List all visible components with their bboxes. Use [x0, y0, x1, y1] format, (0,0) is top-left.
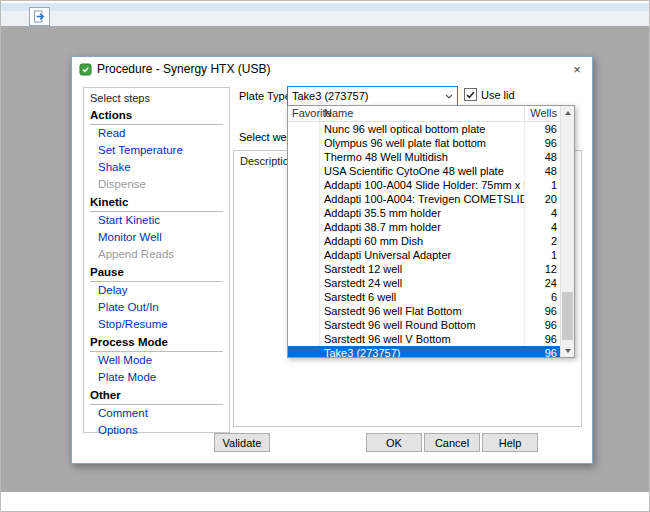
step-item-delay[interactable]: Delay	[90, 282, 223, 299]
favorite-cell	[288, 318, 320, 332]
plate-list-row[interactable]: Sarstedt 12 well12	[288, 262, 561, 276]
favorite-cell	[288, 304, 320, 318]
plate-list-row[interactable]: Sarstedt 96 well Round Bottom96	[288, 318, 561, 332]
favorite-cell	[288, 164, 320, 178]
plate-name: Addapti 100-A004 Slide Holder: 75mm x 50…	[320, 178, 525, 192]
favorite-cell	[288, 192, 320, 206]
plate-name: Addapti 100-A004: Trevigen COMETSLIDE HT…	[320, 192, 525, 206]
top-toolbar	[1, 1, 649, 26]
plate-list-row[interactable]: Addapti 100-A004 Slide Holder: 75mm x 50…	[288, 178, 561, 192]
procedure-dialog: Procedure - Synergy HTX (USB) × Select s…	[71, 56, 593, 464]
favorite-cell	[288, 206, 320, 220]
wells-count: 24	[525, 276, 561, 290]
favorite-cell	[288, 150, 320, 164]
plate-list-row[interactable]: Sarstedt 24 well24	[288, 276, 561, 290]
plate-list-row[interactable]: Nunc 96 well optical bottom plate96	[288, 122, 561, 136]
step-item-well-mode[interactable]: Well Mode	[90, 352, 223, 369]
section-header-actions: Actions	[90, 107, 223, 125]
favorite-cell	[288, 332, 320, 346]
step-item-plate-out-in[interactable]: Plate Out/In	[90, 299, 223, 316]
wells-count: 6	[525, 290, 561, 304]
export-page-icon	[33, 10, 46, 23]
plate-list-row[interactable]: Addapti Universal Adapter1	[288, 248, 561, 262]
scroll-down-icon[interactable]	[561, 344, 574, 357]
plate-type-label: Plate Type:	[239, 90, 294, 102]
dropdown-scrollbar[interactable]	[560, 106, 574, 357]
section-header-process-mode: Process Mode	[90, 334, 223, 352]
wells-count: 96	[525, 332, 561, 346]
help-button[interactable]: Help	[482, 433, 538, 452]
plate-name: Take3 (273757)	[320, 346, 525, 357]
plate-name: Addapti Universal Adapter	[320, 248, 525, 262]
favorite-cell	[288, 276, 320, 290]
plate-type-value: Take3 (273757)	[288, 90, 441, 102]
scrollbar-thumb[interactable]	[562, 292, 573, 340]
wells-count: 4	[525, 220, 561, 234]
step-item-set-temperature[interactable]: Set Temperature	[90, 142, 223, 159]
favorite-cell	[288, 234, 320, 248]
plate-list-row[interactable]: Take3 (273757)96	[288, 346, 561, 357]
plate-list-row[interactable]: Sarstedt 96 well Flat Bottom96	[288, 304, 561, 318]
favorite-cell	[288, 346, 320, 357]
dialog-titlebar[interactable]: Procedure - Synergy HTX (USB) ×	[72, 57, 592, 81]
step-item-options[interactable]: Options	[90, 422, 223, 439]
step-item-comment[interactable]: Comment	[90, 405, 223, 422]
column-name[interactable]: Name	[320, 106, 525, 121]
wells-count: 12	[525, 262, 561, 276]
plate-name: Nunc 96 well optical bottom plate	[320, 122, 525, 136]
ok-button[interactable]: OK	[366, 433, 422, 452]
plate-list-row[interactable]: Sarstedt 6 well6	[288, 290, 561, 304]
wells-count: 96	[525, 318, 561, 332]
scroll-up-icon[interactable]	[561, 106, 574, 119]
plate-list-row[interactable]: USA Scientific CytoOne 48 well plate48	[288, 164, 561, 178]
step-item-start-kinetic[interactable]: Start Kinetic	[90, 212, 223, 229]
step-item-plate-mode[interactable]: Plate Mode	[90, 369, 223, 386]
step-item-stop-resume[interactable]: Stop/Resume	[90, 316, 223, 333]
wells-count: 4	[525, 206, 561, 220]
checkbox-box[interactable]	[464, 88, 477, 101]
plate-name: USA Scientific CytoOne 48 well plate	[320, 164, 525, 178]
screen: Procedure - Synergy HTX (USB) × Select s…	[0, 0, 650, 512]
plate-list-row[interactable]: Sarstedt 96 well V Bottom96	[288, 332, 561, 346]
plate-list-row[interactable]: Addapti 35.5 mm holder4	[288, 206, 561, 220]
column-wells[interactable]: Wells	[525, 106, 561, 121]
favorite-cell	[288, 122, 320, 136]
step-item-monitor-well[interactable]: Monitor Well	[90, 229, 223, 246]
plate-list-row[interactable]: Addapti 60 mm Dish2	[288, 234, 561, 248]
plate-name: Thermo 48 Well Multidish	[320, 150, 525, 164]
step-item-dispense: Dispense	[90, 176, 223, 193]
step-item-append-reads: Append Reads	[90, 246, 223, 263]
wells-count: 20	[525, 192, 561, 206]
favorite-cell	[288, 290, 320, 304]
wells-count: 48	[525, 164, 561, 178]
step-item-read[interactable]: Read	[90, 125, 223, 142]
plate-name: Sarstedt 96 well Round Bottom	[320, 318, 525, 332]
step-item-shake[interactable]: Shake	[90, 159, 223, 176]
plate-type-combobox[interactable]: Take3 (273757)	[287, 86, 458, 106]
favorite-cell	[288, 262, 320, 276]
section-header-kinetic: Kinetic	[90, 194, 223, 212]
select-steps-label: Select steps	[84, 88, 229, 106]
validate-button[interactable]: Validate	[214, 433, 270, 452]
use-lid-checkbox[interactable]: Use lid	[464, 88, 515, 101]
plate-name: Addapti 38.7 mm holder	[320, 220, 525, 234]
dropdown-header: Favorite Name Wells	[288, 106, 561, 122]
wells-count: 48	[525, 150, 561, 164]
column-favorite[interactable]: Favorite	[288, 106, 320, 121]
cancel-button[interactable]: Cancel	[424, 433, 480, 452]
plate-list-row[interactable]: Thermo 48 Well Multidish48	[288, 150, 561, 164]
plate-list-row[interactable]: Olympus 96 well plate flat bottom96	[288, 136, 561, 150]
wells-count: 1	[525, 178, 561, 192]
plate-list-row[interactable]: Addapti 38.7 mm holder4	[288, 220, 561, 234]
sidebar-sections: ActionsReadSet TemperatureShakeDispenseK…	[84, 107, 229, 439]
wells-count: 1	[525, 248, 561, 262]
chevron-down-icon[interactable]	[441, 87, 457, 105]
plate-name: Sarstedt 12 well	[320, 262, 525, 276]
toolbar-button[interactable]	[29, 7, 50, 26]
procedure-icon	[79, 63, 92, 76]
plate-name: Sarstedt 6 well	[320, 290, 525, 304]
plate-name: Sarstedt 96 well Flat Bottom	[320, 304, 525, 318]
close-button[interactable]: ×	[562, 57, 592, 81]
plate-list-row[interactable]: Addapti 100-A004: Trevigen COMETSLIDE HT…	[288, 192, 561, 206]
plate-name: Olympus 96 well plate flat bottom	[320, 136, 525, 150]
